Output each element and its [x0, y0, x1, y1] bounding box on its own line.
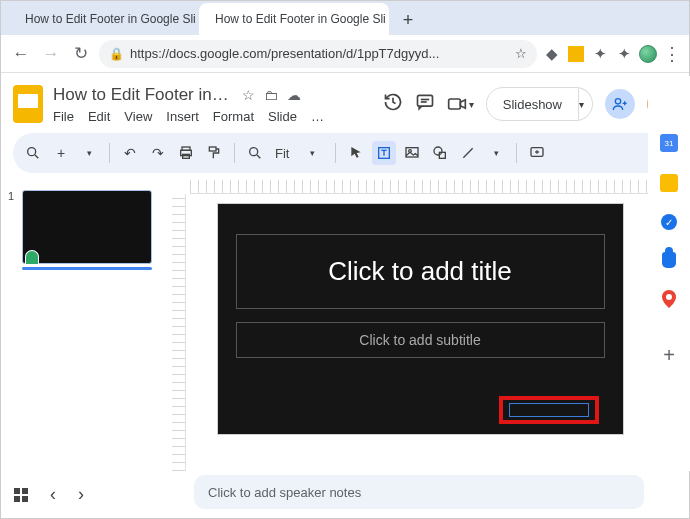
svg-rect-19 [406, 148, 418, 157]
toolbar-shape-button[interactable] [428, 141, 452, 165]
svg-line-9 [35, 155, 38, 158]
subtitle-placeholder[interactable]: Click to add subtitle [236, 322, 605, 358]
lock-icon: 🔒 [109, 47, 124, 61]
svg-point-14 [250, 148, 258, 156]
nav-forward-button[interactable]: → [39, 44, 63, 64]
thumb-1-number: 1 [8, 190, 16, 264]
extension-2-icon[interactable] [567, 45, 585, 63]
svg-rect-3 [448, 99, 460, 109]
bookmark-star-icon[interactable]: ☆ [515, 46, 527, 61]
new-tab-button[interactable]: + [395, 7, 421, 33]
thumb-1[interactable] [22, 190, 152, 264]
browser-tab-1[interactable]: How to Edit Footer in Google Sli × [199, 3, 389, 35]
browser-tab-1-title: How to Edit Footer in Google Sli [215, 12, 386, 26]
theme-badge-icon [25, 250, 39, 264]
toolbar-insert-comment-button[interactable] [525, 141, 549, 165]
menu-file[interactable]: File [53, 109, 74, 124]
side-panel: + [648, 76, 690, 471]
speaker-notes[interactable]: Click to add speaker notes [194, 475, 644, 509]
toolbar-undo-button[interactable]: ↶ [118, 141, 142, 165]
toolbar-image-button[interactable] [400, 141, 424, 165]
ruler-horizontal[interactable] [190, 180, 648, 194]
footer-placeholder[interactable] [509, 403, 589, 417]
meet-button[interactable]: ▾ [447, 96, 474, 112]
browser-menu-button[interactable]: ⋮ [663, 43, 681, 65]
toolbar: + ▾ ↶ ↷ Fit ▾ ▾ ⌃ [13, 133, 677, 173]
svg-rect-22 [440, 152, 446, 158]
maps-icon[interactable] [662, 290, 676, 308]
toolbar-zoom-button[interactable] [243, 141, 267, 165]
nav-reload-button[interactable]: ↻ [69, 43, 93, 64]
share-button[interactable] [605, 89, 635, 119]
nav-back-button[interactable]: ← [9, 44, 33, 64]
svg-line-23 [464, 148, 473, 157]
menu-view[interactable]: View [124, 109, 152, 124]
extension-3-icon[interactable]: ✦ [591, 45, 609, 63]
toolbar-print-button[interactable] [174, 141, 198, 165]
toolbar-select-button[interactable] [344, 141, 368, 165]
workarea: 1 Click to add title Click to add subtit… [0, 180, 648, 471]
prev-slide-button[interactable]: ‹ [50, 484, 56, 505]
browser-tab-0[interactable]: How to Edit Footer in Google Sli × [9, 3, 199, 35]
calendar-icon[interactable] [660, 134, 678, 152]
history-icon[interactable] [383, 92, 403, 117]
toolbar-zoom-label[interactable]: Fit [271, 146, 293, 161]
menu-bar: File Edit View Insert Format Slide … [53, 109, 373, 124]
doc-star-icon[interactable]: ☆ [242, 87, 255, 103]
menu-insert[interactable]: Insert [166, 109, 199, 124]
toolbar-line-button[interactable] [456, 141, 480, 165]
meet-caret-icon: ▾ [469, 99, 474, 110]
extensions-puzzle-icon[interactable]: ✦ [615, 45, 633, 63]
svg-point-8 [28, 148, 36, 156]
extension-1-icon[interactable]: ◆ [543, 45, 561, 63]
ruler-vertical[interactable] [172, 194, 186, 471]
browser-toolbar: ← → ↻ 🔒 https://docs.google.com/presenta… [1, 35, 689, 73]
slideshow-button[interactable]: Slideshow [486, 87, 579, 121]
toolbar-new-slide-caret[interactable]: ▾ [77, 141, 101, 165]
menu-format[interactable]: Format [213, 109, 254, 124]
slideshow-caret-button[interactable]: ▾ [571, 87, 593, 121]
highlight-annotation [499, 396, 599, 424]
svg-point-5 [615, 99, 620, 104]
toolbar-line-caret[interactable]: ▾ [484, 141, 508, 165]
slides-logo-icon[interactable] [13, 85, 43, 123]
svg-rect-0 [417, 95, 432, 106]
comments-icon[interactable] [415, 92, 435, 117]
canvas-area: Click to add title Click to add subtitle [172, 180, 648, 471]
toolbar-search-button[interactable] [21, 141, 45, 165]
toolbar-zoom-caret[interactable]: ▾ [297, 141, 327, 165]
addons-plus-icon[interactable]: + [663, 344, 675, 367]
menu-edit[interactable]: Edit [88, 109, 110, 124]
svg-line-15 [257, 155, 260, 158]
url-text: https://docs.google.com/presentation/d/1… [130, 46, 509, 61]
doc-title[interactable]: How to Edit Footer in G... [53, 85, 233, 105]
slide-canvas[interactable]: Click to add title Click to add subtitle [218, 204, 623, 434]
toolbar-new-slide-button[interactable]: + [49, 141, 73, 165]
profile-avatar-icon[interactable] [639, 45, 657, 63]
browser-tab-0-title: How to Edit Footer in Google Sli [25, 12, 196, 26]
svg-rect-13 [209, 147, 216, 151]
menu-slide[interactable]: Slide [268, 109, 297, 124]
doc-move-icon[interactable]: 🗀 [264, 87, 278, 103]
next-slide-button[interactable]: › [78, 484, 84, 505]
tasks-icon[interactable] [661, 214, 677, 230]
toolbar-textbox-button[interactable] [372, 141, 396, 165]
grid-view-button[interactable] [14, 488, 28, 502]
title-placeholder[interactable]: Click to add title [236, 234, 605, 309]
toolbar-redo-button[interactable]: ↷ [146, 141, 170, 165]
keep-icon[interactable] [660, 174, 678, 192]
svg-marker-4 [460, 100, 465, 108]
filmstrip[interactable]: 1 [0, 180, 172, 471]
contacts-icon[interactable] [662, 252, 676, 268]
bottom-left-controls: ‹ › [14, 484, 84, 505]
svg-point-21 [434, 147, 442, 155]
address-bar[interactable]: 🔒 https://docs.google.com/presentation/d… [99, 40, 537, 68]
browser-tabstrip: How to Edit Footer in Google Sli × How t… [1, 1, 689, 35]
menu-more[interactable]: … [311, 109, 324, 124]
thumb-1-selection [22, 267, 152, 270]
toolbar-paint-format-button[interactable] [202, 141, 226, 165]
doc-cloud-icon[interactable]: ☁ [287, 87, 301, 103]
app-header: How to Edit Footer in G... ☆ 🗀 ☁ File Ed… [1, 73, 689, 129]
